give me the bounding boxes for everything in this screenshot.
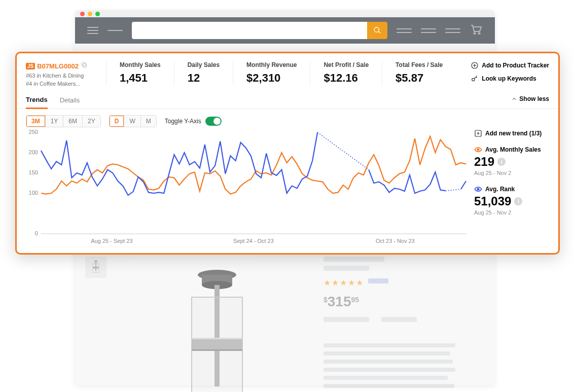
show-less-toggle[interactable]: Show less	[511, 95, 549, 105]
nav-link-placeholder[interactable]	[397, 26, 412, 35]
metric-label: Monthly Revenue	[246, 61, 297, 68]
svg-rect-14	[83, 64, 87, 67]
svg-rect-12	[192, 338, 242, 339]
svg-rect-3	[95, 262, 96, 271]
gran-month[interactable]: M	[141, 116, 156, 127]
add-new-trend-button[interactable]: Add new trend (1/3)	[474, 129, 550, 137]
stat-range: Aug 25 - Nov 2	[474, 209, 550, 216]
site-header	[75, 17, 495, 44]
daily-sales-value: 12	[188, 72, 220, 85]
svg-text:100: 100	[29, 190, 38, 196]
key-icon	[471, 75, 479, 83]
extension-panel: JS B07MLG0002 #63 in Kitchen & Dining #4…	[15, 52, 560, 255]
tab-bar: Trends Details Show less	[17, 92, 558, 109]
star-rating: ★★★★★	[324, 278, 364, 288]
svg-rect-11	[192, 338, 242, 351]
window-minimize-dot[interactable]	[88, 12, 92, 16]
monthly-revenue-value: $2,310	[246, 72, 297, 85]
eye-icon[interactable]	[474, 185, 482, 193]
svg-point-17	[472, 78, 475, 81]
product-image	[126, 257, 308, 392]
svg-text:200: 200	[29, 149, 38, 155]
time-range-segment: 3M 1Y 6M 2Y	[26, 115, 101, 127]
copy-icon[interactable]	[81, 61, 88, 70]
metric-label: Net Profit / Sale	[324, 61, 369, 68]
svg-point-1	[479, 33, 480, 34]
metric-label: Monthly Sales	[120, 61, 161, 68]
nav-link-placeholder[interactable]	[421, 26, 436, 35]
product-thumbnail[interactable]	[85, 257, 106, 278]
chart-sidebar: Add new trend (1/3) Avg. Monthly Sales 2…	[469, 129, 550, 246]
info-icon[interactable]: i	[497, 158, 506, 166]
svg-text:150: 150	[29, 169, 38, 175]
range-3m[interactable]: 3M	[26, 116, 46, 127]
category-rank-1: #63 in Kitchen & Dining	[26, 73, 106, 79]
svg-text:0: 0	[35, 230, 38, 236]
chevron-up-icon	[511, 96, 517, 102]
tab-trends[interactable]: Trends	[26, 92, 48, 109]
eye-icon[interactable]	[474, 146, 482, 154]
gran-day[interactable]: D	[110, 116, 125, 127]
total-fees-value: $5.87	[396, 72, 443, 85]
toggle-y-axis-switch[interactable]	[205, 117, 222, 126]
product-price: $ 315 95	[324, 294, 485, 310]
svg-text:Aug 25 - Sept 23: Aug 25 - Sept 23	[91, 238, 132, 244]
tab-details[interactable]: Details	[60, 92, 80, 108]
lookup-keywords-button[interactable]: Look up Keywords	[471, 75, 549, 83]
svg-text:Sept 24 - Oct 23: Sept 24 - Oct 23	[233, 238, 274, 244]
toggle-y-axis-label: Toggle Y-Axis	[165, 118, 201, 125]
svg-text:Oct 23 - Nov 23: Oct 23 - Nov 23	[376, 238, 415, 244]
cart-icon[interactable]	[470, 24, 483, 37]
range-6m[interactable]: 6M	[63, 116, 83, 127]
gran-week[interactable]: W	[124, 116, 140, 127]
plus-circle-icon	[471, 61, 479, 69]
asin-code[interactable]: B07MLG0002	[37, 62, 79, 70]
svg-point-28	[477, 149, 479, 150]
svg-rect-2	[94, 261, 97, 262]
stat-range: Aug 25 - Nov 2	[474, 170, 550, 176]
net-profit-value: $12.16	[324, 72, 369, 85]
add-to-tracker-button[interactable]: Add to Product Tracker	[471, 61, 549, 69]
product-info: ★★★★★ $ 315 95	[324, 257, 485, 392]
window-maximize-dot[interactable]	[95, 12, 100, 16]
svg-rect-13	[192, 349, 242, 351]
category-rank-2: #4 in Coffee Makers...	[26, 81, 106, 87]
metric-label: Daily Sales	[188, 61, 220, 68]
svg-text:250: 250	[29, 129, 38, 135]
site-logo[interactable]	[107, 30, 123, 31]
svg-point-0	[474, 33, 476, 34]
range-2y[interactable]: 2Y	[83, 116, 100, 127]
stat-label-avg-rank: Avg. Rank	[485, 186, 515, 193]
nav-link-placeholder[interactable]	[445, 26, 460, 35]
svg-point-29	[477, 188, 479, 190]
search-button[interactable]	[367, 22, 387, 39]
search-input[interactable]	[132, 22, 367, 39]
svg-rect-15	[82, 62, 85, 66]
stat-value-avg-rank: 51,039	[474, 194, 511, 208]
range-1y[interactable]: 1Y	[46, 116, 64, 127]
chart-controls: 3M 1Y 6M 2Y D W M Toggle Y-Axis	[17, 109, 558, 129]
svg-rect-5	[93, 267, 99, 268]
stat-value-monthly-sales: 219	[474, 155, 494, 169]
trends-chart: 0100150200250Aug 25 - Sept 23Sept 24 - O…	[25, 129, 469, 246]
menu-icon[interactable]	[87, 25, 98, 36]
panel-header: JS B07MLG0002 #63 in Kitchen & Dining #4…	[17, 53, 558, 92]
plus-square-icon	[474, 129, 482, 137]
browser-titlebar	[75, 10, 495, 17]
monthly-sales-value: 1,451	[120, 72, 161, 85]
metric-label: Total Fees / Sale	[396, 61, 443, 68]
info-icon[interactable]: i	[514, 197, 522, 205]
stat-label-monthly-sales: Avg. Monthly Sales	[485, 146, 541, 153]
product-area: ★★★★★ $ 315 95	[85, 257, 485, 392]
window-close-dot[interactable]	[80, 12, 85, 16]
search-bar	[132, 22, 387, 39]
js-badge-icon: JS	[26, 63, 35, 69]
granularity-segment: D W M	[109, 115, 157, 127]
search-icon	[373, 26, 381, 34]
